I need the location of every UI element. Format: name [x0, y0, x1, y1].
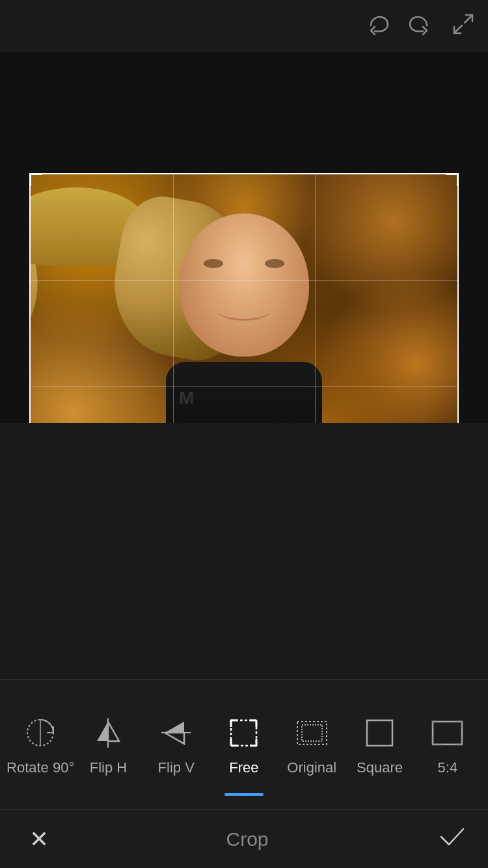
svg-rect-51 [302, 725, 322, 741]
free-label: Free [229, 759, 258, 776]
undo-button[interactable] [366, 12, 389, 40]
bottom-toolbar: Rotate 90° Flip H Flip V [0, 679, 488, 809]
svg-rect-41 [231, 720, 256, 746]
fliph-label: Flip H [90, 759, 127, 776]
corner-handle-tr[interactable] [446, 173, 459, 186]
tool-original[interactable]: Original [278, 714, 346, 776]
free-icon [224, 714, 264, 753]
square-label: Square [357, 759, 403, 776]
crop-title: Crop [226, 828, 268, 850]
redo-button[interactable] [409, 12, 432, 40]
confirm-button[interactable] [436, 820, 468, 858]
tool-free[interactable]: Free [210, 714, 278, 776]
active-indicator [224, 793, 264, 796]
rotate90-icon [21, 714, 60, 753]
flipv-label: Flip V [158, 759, 195, 776]
middle-area [0, 423, 488, 676]
svg-marker-38 [165, 722, 184, 733]
svg-marker-35 [97, 722, 108, 741]
expand-button[interactable] [452, 12, 475, 40]
54-label: 5:4 [438, 759, 458, 776]
top-bar [0, 0, 488, 52]
rotate90-label: Rotate 90° [7, 759, 74, 776]
original-icon [292, 714, 331, 753]
face [179, 213, 309, 357]
tool-rotate90[interactable]: Rotate 90° [7, 714, 74, 776]
tool-square[interactable]: Square [346, 714, 413, 776]
fliph-icon [88, 714, 128, 753]
svg-rect-53 [433, 722, 462, 744]
tool-fliph[interactable]: Flip H [74, 714, 142, 776]
square-icon [360, 714, 400, 753]
svg-marker-36 [108, 722, 119, 741]
svg-line-1 [455, 25, 462, 32]
flipv-icon [157, 714, 196, 753]
svg-rect-52 [367, 720, 392, 746]
cancel-button[interactable]: ✕ [20, 826, 59, 853]
bottom-action-bar: ✕ Crop [0, 809, 488, 868]
corner-handle-tl[interactable] [29, 173, 42, 186]
svg-line-0 [465, 16, 471, 23]
original-label: Original [287, 759, 336, 776]
svg-rect-50 [297, 722, 327, 744]
tool-54[interactable]: 5:4 [414, 714, 481, 776]
svg-marker-39 [165, 733, 184, 744]
54-icon [428, 714, 467, 753]
tool-flipv[interactable]: Flip V [142, 714, 210, 776]
